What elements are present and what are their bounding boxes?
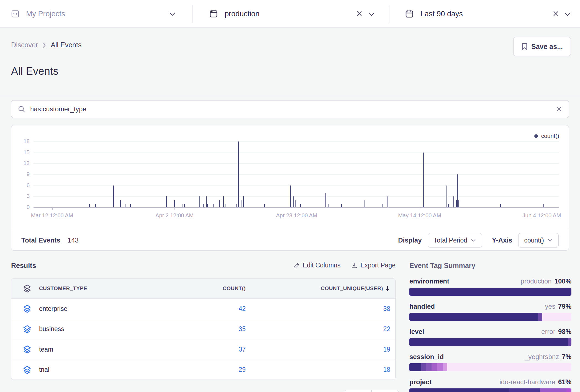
count-unique-link[interactable]: 19: [383, 346, 390, 353]
tag-bar-segment: [566, 388, 571, 392]
customer-type-cell: enterprise: [39, 305, 176, 313]
clear-environment-icon[interactable]: [356, 10, 363, 17]
tag-name: handled: [409, 303, 435, 310]
count-unique-link[interactable]: 38: [383, 305, 390, 312]
tag-bar[interactable]: [409, 338, 571, 346]
y-axis-label: Y-Axis: [492, 236, 512, 244]
chart-bar: [89, 204, 90, 207]
chevron-down-icon[interactable]: [368, 12, 375, 17]
chart-bar: [457, 174, 458, 207]
total-events-value: 143: [68, 236, 79, 244]
chart-bar: [223, 196, 224, 207]
chart-bar: [219, 200, 220, 207]
chart-bar: [295, 200, 296, 207]
x-axis-tick-mark: [297, 208, 297, 210]
tag-bar[interactable]: [409, 313, 571, 321]
results-actions: Edit Columns Export Page: [299, 262, 396, 269]
gridline: [34, 141, 559, 142]
tag-bar-segment: [409, 313, 538, 321]
customer-type-cell: team: [39, 346, 176, 353]
chart-bar: [243, 196, 244, 207]
tag-top-percent: 98%: [558, 328, 571, 336]
x-axis-tick-label: Apr 2 12:00 AM: [155, 212, 194, 219]
chart-bar: [199, 196, 200, 207]
edit-columns-button[interactable]: Edit Columns: [293, 262, 341, 269]
search-input[interactable]: has:customer_type: [30, 105, 551, 113]
breadcrumb-chevron-icon: [42, 42, 47, 48]
column-header-count-unique[interactable]: COUNT_UNIQUE(USER): [246, 285, 390, 292]
count-link[interactable]: 42: [238, 305, 246, 312]
chart-bar: [329, 204, 329, 207]
tag-row-project: project ido-react-hardware 61%: [409, 378, 571, 392]
projects-icon: [11, 9, 20, 19]
sort-desc-icon: [385, 285, 390, 292]
chart-bar: [242, 200, 242, 207]
tag-row-handled: handled yes 79%: [409, 303, 571, 321]
display-dropdown[interactable]: Total Period: [428, 233, 482, 247]
breadcrumb-discover-link[interactable]: Discover: [11, 41, 38, 49]
tag-bar-segment: [426, 363, 432, 371]
tag-top-value: error: [541, 328, 555, 336]
column-header-customer-type[interactable]: CUSTOMER_TYPE: [39, 285, 176, 292]
total-events-label: Total Events: [21, 236, 60, 244]
y-axis-tick-label: 12: [14, 160, 30, 166]
chart-bar: [423, 153, 424, 207]
x-axis-tick-mark: [420, 208, 420, 210]
chart-bar: [300, 204, 301, 207]
y-axis-tick-label: 18: [14, 138, 30, 145]
save-as-button[interactable]: Save as...: [513, 37, 571, 56]
count-unique-link[interactable]: 18: [383, 366, 390, 373]
count-link[interactable]: 35: [238, 325, 246, 332]
clear-search-icon[interactable]: [555, 105, 563, 113]
chart-bar: [365, 200, 365, 207]
stack-icon: [22, 345, 39, 354]
pagination-prev-button[interactable]: [345, 390, 372, 392]
chart-bar: [113, 185, 114, 207]
project-selector-label: My Projects: [26, 10, 65, 18]
chevron-down-icon[interactable]: [168, 11, 176, 17]
table-header-row: CUSTOMER_TYPE COUNT() COUNT_UNIQUE(USER): [11, 278, 395, 298]
tag-bar[interactable]: [409, 288, 571, 296]
tag-bar[interactable]: [409, 388, 571, 392]
customer-type-cell: business: [39, 325, 176, 333]
results-table: CUSTOMER_TYPE COUNT() COUNT_UNIQUE(USER)…: [11, 278, 396, 380]
x-axis-line: [34, 207, 559, 208]
table-row: enterprise 42 38: [11, 298, 395, 319]
stack-icon: [22, 284, 39, 293]
pagination-next-button[interactable]: [372, 390, 399, 392]
chevron-down-icon[interactable]: [564, 12, 571, 17]
chart-bar: [236, 204, 237, 207]
tag-top-value: yes: [545, 303, 555, 310]
events-chart-card: count() 0369121518Mar 12 12:00 AMApr 2 1…: [11, 125, 569, 251]
date-range-selector[interactable]: Last 90 days: [404, 0, 463, 28]
chart-bar: [174, 200, 175, 207]
chart-bar: [213, 204, 214, 207]
bookmark-icon: [521, 43, 528, 50]
x-axis-tick-label: Apr 23 12:00 AM: [276, 212, 317, 219]
chart-bar: [238, 141, 239, 207]
chart-plot[interactable]: 0369121518Mar 12 12:00 AMApr 2 12:00 AMA…: [11, 125, 569, 231]
y-axis-dropdown[interactable]: count(): [518, 233, 559, 247]
gridline: [34, 174, 559, 175]
tag-bar-segment: [432, 363, 437, 371]
gridline: [34, 163, 559, 164]
environment-selector[interactable]: production: [209, 0, 260, 28]
tag-row-level: level error 98%: [409, 328, 571, 346]
project-selector[interactable]: My Projects: [11, 0, 65, 28]
tag-bar-segment: [409, 288, 571, 296]
tag-bar[interactable]: [409, 363, 571, 371]
tag-bar-segment: [509, 388, 540, 392]
count-unique-link[interactable]: 22: [383, 325, 390, 332]
column-header-count[interactable]: COUNT(): [176, 285, 246, 292]
chart-bar: [120, 200, 121, 207]
clear-date-icon[interactable]: [552, 10, 560, 17]
y-axis-tick-label: 15: [14, 149, 30, 156]
count-link[interactable]: 37: [238, 346, 246, 353]
tag-bar-segment: [540, 388, 567, 392]
tag-top-value: _yeghrsbnz: [525, 353, 559, 361]
search-bar[interactable]: has:customer_type: [11, 100, 569, 118]
x-axis-tick-label: Mar 12 12:00 AM: [31, 212, 73, 219]
export-page-button[interactable]: Export Page: [351, 262, 396, 269]
column-header-count-unique-label: COUNT_UNIQUE(USER): [321, 285, 383, 292]
count-link[interactable]: 29: [238, 366, 246, 373]
